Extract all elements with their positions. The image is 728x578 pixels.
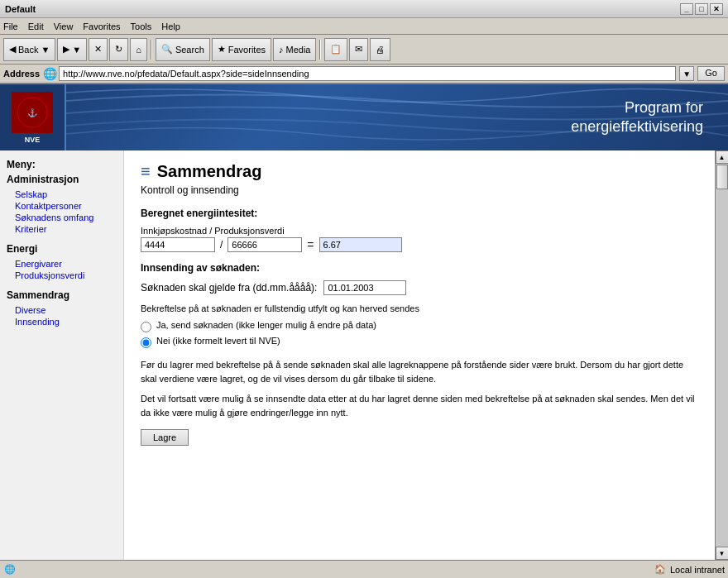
page-icon: ≡ <box>141 162 151 181</box>
banner-title-line2: energieffektivisering <box>571 117 703 136</box>
star-icon: ★ <box>218 44 226 55</box>
scroll-down-button[interactable]: ▼ <box>716 547 729 560</box>
menu-help[interactable]: Help <box>161 21 180 31</box>
scrollbar[interactable]: ▲ ▼ <box>715 150 728 560</box>
toolbar-separator-2 <box>319 40 321 60</box>
content-wrapper: Meny: Administrasjon Selskap Kontaktpers… <box>0 150 728 560</box>
media-button[interactable]: ♪ Media <box>273 38 316 61</box>
menu-tools[interactable]: Tools <box>131 21 152 31</box>
radio-yes[interactable] <box>141 322 151 332</box>
forward-icon: ▶ <box>63 44 69 55</box>
sidebar-item-produksjonsverdi[interactable]: Produksjonsverdi <box>7 270 117 281</box>
sidebar-item-soknadens-omfang[interactable]: Søknadens omfang <box>7 212 117 223</box>
back-button[interactable]: ◀ Back ▼ <box>3 38 55 61</box>
scroll-up-button[interactable]: ▲ <box>716 150 729 164</box>
banner-title: Program for energieffektivisering <box>571 98 703 137</box>
history-icon: 📋 <box>330 44 342 55</box>
sidebar-admin-title: Administrasjon <box>7 174 117 185</box>
page-subtitle: Kontroll og innsending <box>141 184 698 196</box>
stop-icon: ✕ <box>94 44 102 55</box>
address-label: Address <box>3 69 40 79</box>
produksjonsverdi-input[interactable] <box>228 237 302 252</box>
page-title: Sammendrag <box>157 162 262 181</box>
date-input[interactable] <box>323 280 406 295</box>
go-button[interactable]: Go <box>697 66 725 81</box>
date-section: Søknaden skal gjelde fra (dd.mm.åååå): <box>141 280 698 295</box>
date-row: Søknaden skal gjelde fra (dd.mm.åååå): <box>141 280 698 295</box>
toolbar-separator-1 <box>151 40 152 60</box>
sidebar-sammendrag-title: Sammendrag <box>7 289 117 301</box>
scroll-thumb[interactable] <box>716 165 728 189</box>
radio-yes-label: Ja, send søknaden (ikke lenger mulig å e… <box>156 320 376 330</box>
page-header: ≡ Sammendrag <box>141 162 698 181</box>
intranet-icon: 🏠 <box>654 563 667 576</box>
close-button[interactable]: ✕ <box>710 3 723 15</box>
maximize-button[interactable]: □ <box>695 3 708 15</box>
menu-edit[interactable]: Edit <box>28 21 44 31</box>
sidebar-item-kriterier[interactable]: Kriterier <box>7 223 117 235</box>
forward-button[interactable]: ▶ ▼ <box>57 38 87 61</box>
innkjopskostnad-input[interactable] <box>141 237 215 252</box>
toolbar: ◀ Back ▼ ▶ ▼ ✕ ↻ ⌂ 🔍 Search ★ Favorites … <box>0 35 728 64</box>
sidebar-section-sammendrag: Sammendrag Diverse Innsending <box>7 289 117 327</box>
scroll-track[interactable] <box>716 164 728 547</box>
back-icon: ◀ <box>9 44 16 55</box>
radio-yes-row: Ja, send søknaden (ikke lenger mulig å e… <box>141 320 698 332</box>
search-icon: 🔍 <box>161 44 173 55</box>
home-icon: ⌂ <box>136 45 141 55</box>
submission-section-title: Innsending av søknaden: <box>141 262 698 274</box>
radio-no[interactable] <box>141 337 151 348</box>
radio-no-label: Nei (ikke formelt levert til NVE) <box>156 336 280 346</box>
menu-favorites[interactable]: Favorites <box>83 21 120 31</box>
favorites-button[interactable]: ★ Favorites <box>212 38 271 61</box>
address-input[interactable]: http://www.nve.no/pfedata/Default.aspx?s… <box>59 66 676 81</box>
energy-field-label: Innkjøpskostnad / Produksjonsverdi <box>141 226 698 236</box>
lagre-button[interactable]: Lagre <box>141 429 189 446</box>
status-left: 🌐 <box>3 563 20 576</box>
radio-no-row: Nei (ikke formelt levert til NVE) <box>141 336 698 348</box>
search-button[interactable]: 🔍 Search <box>156 38 210 61</box>
title-bar: Default _ □ ✕ <box>0 0 728 18</box>
refresh-icon: ↻ <box>115 44 122 55</box>
energy-field-row: / = 6.67 <box>141 237 698 252</box>
logo-emblem: ⚓ <box>12 92 53 133</box>
result-field: 6.67 <box>319 237 402 252</box>
home-button[interactable]: ⌂ <box>130 38 147 61</box>
print-icon: 🖨 <box>376 45 385 55</box>
stop-button[interactable]: ✕ <box>89 38 108 61</box>
division-slash: / <box>220 239 223 251</box>
sidebar-item-diverse[interactable]: Diverse <box>7 304 117 316</box>
sidebar-item-selskap[interactable]: Selskap <box>7 189 117 200</box>
banner-logo: ⚓ NVE <box>0 84 66 150</box>
mail-button[interactable]: ✉ <box>349 38 368 61</box>
forward-arrow-icon: ▼ <box>72 45 81 55</box>
sidebar-item-energivarer[interactable]: Energivarer <box>7 258 117 270</box>
info-text: Før du lagrer med bekreftelse på å sende… <box>141 358 698 419</box>
equals-sign: = <box>307 238 314 251</box>
page-icon-small: 🌐 <box>43 67 57 80</box>
search-label: Search <box>175 45 204 55</box>
status-bar: 🌐 🏠 Local intranet <box>0 560 728 578</box>
info-paragraph-2: Det vil fortsatt være mulig å se innsend… <box>141 392 698 419</box>
history-button[interactable]: 📋 <box>324 38 347 61</box>
radio-group: Ja, send søknaden (ikke lenger mulig å e… <box>141 320 698 348</box>
field-label: Innkjøpskostnad / Produksjonsverdi / = 6… <box>141 226 698 252</box>
sidebar-item-kontaktpersoner[interactable]: Kontaktpersoner <box>7 200 117 212</box>
header-banner: ⚓ NVE Program for energieffektivisering <box>0 84 728 150</box>
sidebar-section-admin: Administrasjon Selskap Kontaktpersoner S… <box>7 174 117 235</box>
minimize-button[interactable]: _ <box>680 3 693 15</box>
media-label: Media <box>286 45 311 55</box>
logo-text: NVE <box>25 136 41 144</box>
back-arrow-icon: ▼ <box>41 45 50 55</box>
sidebar-item-innsending[interactable]: Innsending <box>7 316 117 327</box>
window-controls[interactable]: _ □ ✕ <box>680 3 723 15</box>
menu-view[interactable]: View <box>54 21 74 31</box>
main-area: ⚓ NVE Program for energieffektivisering … <box>0 84 728 560</box>
address-dropdown[interactable]: ▼ <box>679 66 694 81</box>
print-button[interactable]: 🖨 <box>370 38 390 61</box>
address-bar: Address 🌐 http://www.nve.no/pfedata/Defa… <box>0 64 728 84</box>
sidebar-energi-title: Energi <box>7 243 117 255</box>
refresh-button[interactable]: ↻ <box>109 38 128 61</box>
menu-file[interactable]: File <box>3 21 18 31</box>
back-label: Back <box>18 45 38 55</box>
